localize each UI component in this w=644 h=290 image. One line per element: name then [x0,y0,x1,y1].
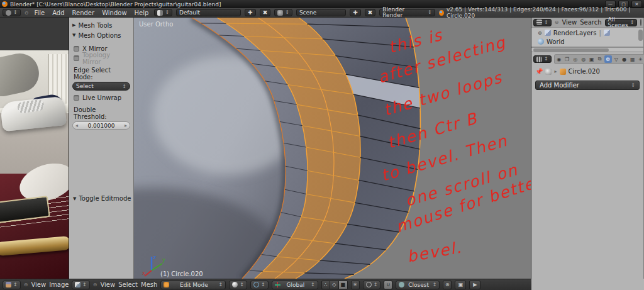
image-editor-panel[interactable]: + + [0,18,69,279]
editor-type-button-image[interactable]: ↕ [3,281,21,289]
snap-target-button[interactable]: ⊛ [443,281,452,289]
x-mirror-checkbox[interactable] [74,46,79,52]
image-menu-view[interactable]: View [31,281,46,288]
snap-element-dropdown[interactable]: Closest ↕ [396,281,440,289]
menu-render[interactable]: Render [70,9,97,16]
layout-icon-button[interactable]: ↕ [154,9,172,16]
topology-mirror-checkbox[interactable] [74,55,79,61]
proportional-edit-dropdown[interactable]: ↕ [363,281,381,289]
select-mode-buttons: ∴ ◇ ■ [321,281,348,289]
renderlayer-badge-icon [604,30,610,36]
scene-select[interactable]: Scene [296,9,346,16]
pivot-point-dropdown[interactable]: ↕ [250,281,269,289]
image-menu-image[interactable]: Image [49,281,69,288]
editor-type-button-properties[interactable]: ↕ [533,55,552,63]
live-unwrap-row: Live Unwrap [72,93,130,103]
pin-icon: ⊖ [25,10,29,16]
outliner-menu-search[interactable]: Search [580,19,601,26]
breadcrumb-arrow-icon: ▸ [554,69,557,74]
pin-icon: ⊖ [93,282,97,287]
photo-guitar-body [0,174,69,279]
render-opengl-anim-button[interactable]: ▶ [469,281,480,289]
scene-icon-button[interactable]: ↕ [274,9,292,16]
viewport-shading-dropdown[interactable]: ↕ [229,281,247,289]
toggle-editmode-panel-header[interactable]: ▼ Toggle Editmode [73,195,131,202]
mesh-options-panel-header[interactable]: ▼ Mesh Options [72,30,130,40]
layout-delete-button[interactable]: ✖ [260,9,271,16]
snap-magnet-button[interactable]: ∪ [384,281,392,289]
svg-text:z: z [153,255,156,260]
editor-type-button-outliner[interactable]: ↕ [533,19,552,26]
proportional-circle-icon [366,282,372,287]
chevron-updown-icon: ↕ [122,84,126,89]
tab-render-layers[interactable]: ❐ [564,55,571,63]
outliner-hscrollbar[interactable] [531,48,643,52]
tab-scene[interactable]: ◎ [572,55,579,63]
reference-photo [0,50,69,279]
layout-add-button[interactable]: ✚ [245,9,256,16]
object-icon [545,69,552,75]
pin-icon[interactable]: 📌 [535,68,543,75]
photo-guitar-bridge [0,236,69,256]
world-icon [538,38,544,45]
mesh-tools-panel-header[interactable]: ▶ Mesh Tools [72,20,130,30]
tab-particles[interactable]: ✳ [637,55,644,63]
add-modifier-dropdown[interactable]: Add Modifier ↕ [535,81,640,90]
view3d-menu-mesh[interactable]: Mesh [141,281,157,288]
outliner-item-world[interactable]: World [538,37,641,46]
right-panel: ↕ ⊖ View Search All Scenes ↕ ⊕ RenderLay… [531,18,643,279]
menu-add[interactable]: Add [50,9,66,16]
transform-orientation-dropdown[interactable]: Global ↕ [272,281,318,289]
view3d-editor-icon [75,282,80,287]
blender-logo-icon [2,1,8,7]
limit-to-visible-button[interactable]: ✳ [351,281,360,289]
properties-footer [531,279,644,290]
screen-layout-select[interactable]: Default [176,9,241,16]
outliner-scrollbar[interactable] [638,30,643,41]
screen-layout-icon [157,10,163,16]
face-select-button[interactable]: ■ [339,281,348,289]
decrement-arrow-icon[interactable]: ◂ [75,123,78,128]
tab-object[interactable]: ▣ [588,55,596,63]
menu-file[interactable]: File [32,9,47,16]
shading-sphere-icon [232,282,238,287]
tab-material[interactable]: ● [621,55,628,63]
menu-window[interactable]: Window [100,9,128,16]
tab-object-data[interactable]: ▽ [613,55,620,63]
expand-plus-icon[interactable]: ⊕ [538,30,542,36]
tab-world[interactable]: ◍ [580,55,587,63]
double-threshold-field[interactable]: ◂ 0.001000 ▸ [72,121,130,130]
scene-delete-button[interactable]: ✖ [365,9,376,16]
view3d-menu-view[interactable]: View [100,281,115,288]
edge-select-mode-dropdown[interactable]: Select ↕ [72,82,130,91]
menu-help[interactable]: Help [133,9,151,16]
image-editor-icon [6,282,11,287]
edge-select-button[interactable]: ◇ [330,281,339,289]
bottom-headers: ↕ ⊖ View Image ↕ ⊖ View Select Mesh Edit… [0,279,644,290]
outliner-menu-view[interactable]: View [562,19,577,26]
vertex-select-button[interactable]: ∴ [321,281,330,289]
breadcrumb-object-name: Circle.020 [569,68,600,75]
collapse-down-icon: ▼ [73,196,76,201]
mode-dropdown[interactable]: Edit Mode ↕ [160,281,226,289]
active-object-label: (1) Circle.020 [160,270,203,277]
increment-arrow-icon[interactable]: ▸ [125,123,127,128]
outliner-header: ↕ ⊖ View Search All Scenes ↕ [531,18,643,28]
render-engine-select[interactable]: Blender Render ↕ [379,9,435,16]
search-icon[interactable] [640,19,641,26]
outliner-filter-dropdown[interactable]: All Scenes ↕ [605,19,638,26]
outliner-item-renderlayers[interactable]: ⊕ RenderLayers | [538,28,641,37]
view3d-menu-select[interactable]: Select [118,281,138,288]
snap-element-icon [399,282,404,287]
tab-constraints[interactable]: ⧉ [596,55,604,63]
scene-add-button[interactable]: ✚ [350,9,361,16]
render-opengl-button[interactable]: ▣ [455,281,466,289]
editor-type-button-3dview[interactable]: ↕ [72,281,90,289]
tab-texture[interactable]: ▦ [629,55,636,63]
tab-render[interactable]: ◉ [555,55,563,63]
manipulator-axis-icon [275,282,280,287]
live-unwrap-checkbox[interactable] [74,95,79,101]
viewport-3d[interactable]: User Ortho this is after selecting the t… [134,18,531,279]
editor-type-button-info[interactable]: ↕ [3,9,21,16]
tab-modifiers[interactable]: ⚙ [604,55,612,63]
